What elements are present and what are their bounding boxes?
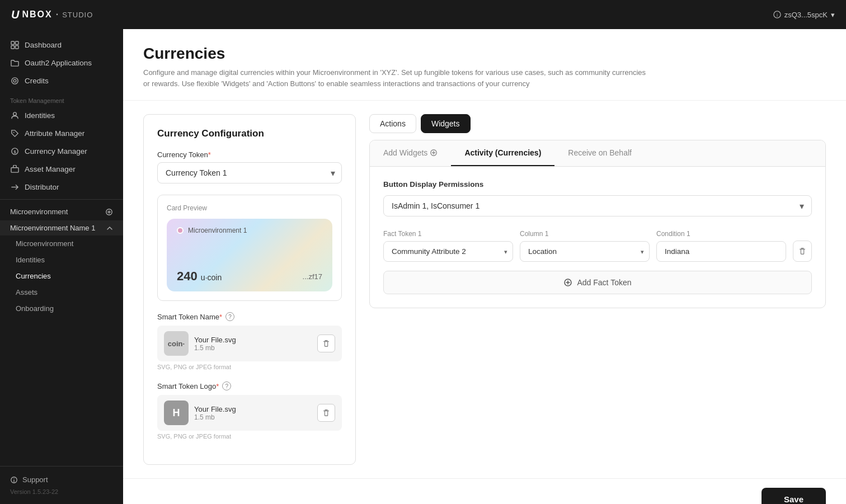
card-preview-label: Card Preview	[167, 204, 332, 212]
user-menu[interactable]: i zsQ3...5spcK ▾	[773, 11, 835, 19]
currency-manager-label: Currency Manager	[25, 147, 87, 156]
svg-point-15	[13, 478, 14, 478]
sidebar-sub-microenvironment[interactable]: Microenvironment	[0, 235, 123, 252]
condition-input[interactable]	[656, 241, 786, 262]
fact-token-select-wrapper: Community Attribute 1 Community Attribut…	[383, 241, 513, 262]
sidebar-sub-onboarding[interactable]: Onboarding	[0, 300, 123, 317]
svg-rect-2	[11, 41, 14, 44]
version-label: Version 1.5.23-22	[10, 486, 113, 497]
add-circle-icon	[430, 149, 438, 157]
svg-rect-3	[15, 41, 18, 44]
info-icon: i	[773, 11, 781, 18]
micro-name-label: Microenvironment Name 1	[10, 224, 95, 232]
smart-token-logo-filename: Your File.svg	[194, 405, 312, 413]
sidebar-item-attribute-manager[interactable]: Attribute Manager	[0, 124, 123, 142]
page-header: Currencies Configure and manage digital …	[123, 29, 846, 101]
page-title: Currencies	[143, 45, 826, 63]
sidebar-item-dashboard[interactable]: Dashboard	[0, 36, 123, 54]
sidebar-item-distributor[interactable]: Distributor	[0, 178, 123, 196]
plus-icon	[105, 208, 113, 216]
asset-manager-label: Asset Manager	[25, 165, 76, 173]
widgets-tabs: Add Widgets Activity (Currencies) Receiv…	[370, 140, 825, 167]
svg-text:i: i	[777, 12, 778, 18]
card-preview-container: Card Preview Microenvironment 1 240 u·co…	[157, 195, 342, 301]
identities-label: Identities	[25, 111, 55, 120]
tab-add-widgets[interactable]: Add Widgets	[370, 140, 451, 166]
smart-token-logo-help-icon[interactable]: ?	[222, 381, 231, 390]
fact-delete-col	[793, 241, 812, 262]
sidebar-sub-currencies[interactable]: Currencies	[0, 268, 123, 284]
grid-icon	[10, 40, 19, 49]
sidebar-item-asset-manager[interactable]: Asset Manager	[0, 160, 123, 178]
smart-token-name-file-row: coin· Your File.svg 1.5 mb	[157, 326, 342, 361]
microenvironment-label: Microenvironment	[10, 208, 68, 216]
panel-title: Currency Configuration	[157, 128, 342, 139]
condition-col: Condition 1	[656, 230, 786, 262]
fact-token-delete-button[interactable]	[793, 241, 812, 262]
credits-label: Credits	[25, 77, 49, 85]
attribute-manager-label: Attribute Manager	[25, 129, 84, 138]
svg-text:$: $	[13, 149, 16, 154]
smart-token-logo-delete-button[interactable]	[317, 404, 335, 422]
fact-token-select[interactable]: Community Attribute 1 Community Attribut…	[383, 241, 513, 262]
chevron-up-icon	[106, 225, 113, 232]
app-logo: UNBOX·STUDIO	[11, 8, 93, 21]
sidebar-item-currency-manager[interactable]: $ Currency Manager	[0, 142, 123, 160]
add-fact-token-button[interactable]: Add Fact Token	[383, 271, 812, 294]
smart-token-name-filename: Your File.svg	[194, 336, 312, 344]
microenvironment-header[interactable]: Microenvironment	[0, 203, 123, 220]
card-address: ...zf17	[303, 272, 322, 281]
fact-token-col-label: Fact Token 1	[383, 230, 513, 238]
chevron-down-icon: ▾	[831, 11, 835, 19]
smart-token-name-delete-button[interactable]	[317, 335, 335, 352]
sidebar: Dashboard Oauth2 Applications Credits To…	[0, 29, 123, 504]
fact-token-col: Fact Token 1 Community Attribute 1 Commu…	[383, 230, 513, 262]
currency-card: Microenvironment 1 240 u·coin ...zf17	[167, 219, 332, 291]
svg-point-8	[13, 112, 16, 115]
tab-widgets[interactable]: Widgets	[421, 114, 471, 133]
logo-u: U	[11, 8, 20, 21]
card-amount: 240 u·coin	[177, 269, 222, 284]
left-panel: Currency Configuration Currency Token* C…	[143, 114, 356, 465]
user-label: zsQ3...5spcK	[784, 11, 828, 19]
dashboard-label: Dashboard	[25, 41, 62, 49]
tab-receive-on-behalf[interactable]: Receive on Behalf	[554, 140, 645, 166]
sidebar-item-oauth2[interactable]: Oauth2 Applications	[0, 54, 123, 72]
permissions-select[interactable]: IsAdmin 1, IsConsumer 1 IsAdmin 1 IsCons…	[383, 195, 812, 216]
support-link[interactable]: Support	[10, 473, 113, 486]
support-icon	[10, 476, 18, 484]
smart-token-name-help-icon[interactable]: ?	[225, 312, 234, 321]
logo-studio: STUDIO	[62, 11, 93, 19]
svg-point-9	[13, 131, 14, 133]
tab-activity-currencies[interactable]: Activity (Currencies)	[451, 140, 554, 166]
distributor-icon	[10, 182, 19, 191]
smart-token-logo-hint: SVG, PNG or JPEG format	[157, 433, 342, 440]
sidebar-item-identities[interactable]: Identities	[0, 106, 123, 124]
currency-token-select[interactable]: Currency Token 1 Currency Token 2	[157, 162, 342, 183]
save-button[interactable]: Save	[762, 488, 826, 504]
tab-actions[interactable]: Actions	[369, 114, 416, 133]
currency-token-select-wrapper: Currency Token 1 Currency Token 2 ▾	[157, 162, 342, 183]
card-env-name: Microenvironment 1	[188, 227, 247, 234]
credits-icon	[10, 76, 19, 85]
svg-point-7	[13, 79, 16, 82]
sidebar-sub-identities[interactable]: Identities	[0, 252, 123, 268]
column-select[interactable]: Location Name Email	[520, 241, 650, 262]
sidebar-sub-assets[interactable]: Assets	[0, 284, 123, 300]
smart-token-name-header: Smart Token Name* ?	[157, 312, 342, 321]
token-management-section: Token Management	[0, 90, 123, 106]
widgets-content: Button Display Permissions IsAdmin 1, Is…	[370, 167, 825, 308]
topbar: UNBOX·STUDIO i zsQ3...5spcK ▾	[0, 0, 846, 29]
column-col: Column 1 Location Name Email ▾	[520, 230, 650, 262]
trash-icon-fact	[798, 247, 806, 255]
micro-name-row[interactable]: Microenvironment Name 1	[0, 220, 123, 235]
sidebar-item-credits[interactable]: Credits	[0, 72, 123, 90]
svg-rect-12	[11, 167, 18, 172]
smart-token-name-hint: SVG, PNG or JPEG format	[157, 364, 342, 370]
smart-token-logo-section: Smart Token Logo* ? H Your File.svg 1.5 …	[157, 381, 342, 440]
tag-icon	[10, 129, 19, 138]
trash-icon	[322, 340, 330, 347]
card-dot	[177, 227, 184, 234]
svg-point-6	[11, 77, 17, 83]
person-icon	[10, 111, 19, 120]
